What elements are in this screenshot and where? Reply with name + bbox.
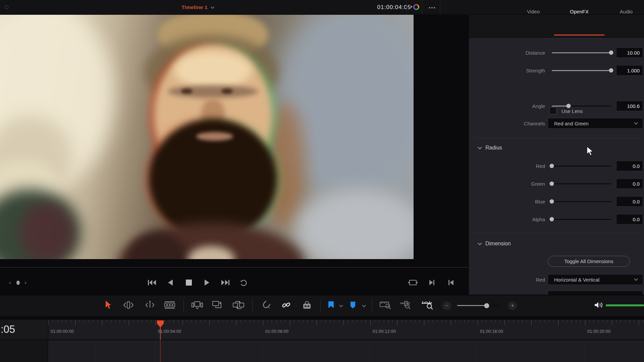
first-frame-button[interactable] <box>148 279 156 286</box>
playhead-line-lower <box>160 340 161 362</box>
timeline-timecode-box: :05 <box>0 320 48 340</box>
flag-chevron-down-icon[interactable] <box>339 303 343 309</box>
status-dot-icon <box>5 5 8 9</box>
angle-slider[interactable] <box>552 106 611 107</box>
timeline-current-timecode[interactable]: :05 <box>1 323 15 336</box>
radius-alpha-thumb[interactable] <box>550 217 554 222</box>
tab-openfx[interactable]: OpenFX <box>570 0 589 23</box>
radius-alpha-slider[interactable] <box>552 219 611 220</box>
radius-alpha-value[interactable]: 0.0 <box>616 214 643 225</box>
ruler-label: 01:00:08:00 <box>265 329 288 334</box>
zoom-full-extent-button[interactable] <box>380 300 392 311</box>
chevron-down-icon <box>211 6 214 9</box>
radius-blue-slider[interactable] <box>552 201 611 202</box>
options-menu-button[interactable]: ••• <box>425 0 440 15</box>
channels-label: Channels <box>469 121 545 126</box>
fit-to-window-button[interactable] <box>408 279 418 286</box>
tab-audio[interactable]: Audio <box>620 0 633 23</box>
zoom-custom-button[interactable] <box>421 300 433 311</box>
play-button[interactable] <box>204 279 210 286</box>
marker-chevron-down-icon[interactable] <box>362 303 366 309</box>
timeline-selector[interactable]: Timeline 1 <box>154 0 241 15</box>
ruler-label: 01:00:20:00 <box>587 329 610 334</box>
timeline-zoom-slider[interactable] <box>457 305 501 306</box>
toolbar-divider <box>320 300 321 312</box>
strength-slider-thumb[interactable] <box>609 68 613 73</box>
distance-slider[interactable] <box>552 52 611 53</box>
current-clip-indicator[interactable] <box>16 281 20 285</box>
radius-green-slider[interactable] <box>552 183 611 184</box>
linked-selection-icon[interactable] <box>281 300 291 311</box>
resolve-fx-sparkle-icon[interactable]: ✦ <box>411 3 419 11</box>
radius-alpha-label: Alpha <box>469 217 545 222</box>
next-edit-button[interactable] <box>429 279 435 286</box>
zoom-in-button[interactable]: + <box>508 301 517 310</box>
inspector-tab-bar <box>469 15 644 38</box>
ruler-label: 01:00:12:00 <box>373 329 396 334</box>
radius-blue-value[interactable]: 0.0 <box>616 196 643 207</box>
radius-green-value[interactable]: 0.0 <box>616 179 643 189</box>
selection-mode-button[interactable] <box>104 300 112 311</box>
position-lock-icon[interactable] <box>302 300 312 311</box>
tab-video[interactable]: Video <box>527 0 540 23</box>
strength-slider[interactable] <box>552 70 611 71</box>
dimension-red-dropdown[interactable]: Horizontal & Vertical <box>548 274 643 285</box>
zoom-slider-thumb[interactable] <box>484 303 489 308</box>
section-divider <box>473 233 640 233</box>
prev-clip-button[interactable]: ‹ <box>9 279 11 286</box>
radius-section-title: Radius <box>485 145 502 151</box>
partially-visible-dropdown[interactable] <box>548 291 643 295</box>
razor-edit-mode-button[interactable] <box>164 301 175 311</box>
timeline-title: Timeline 1 <box>181 4 208 10</box>
mouse-cursor <box>586 146 594 158</box>
radius-section-header[interactable]: Radius <box>478 145 502 151</box>
topbar-divider <box>422 0 422 15</box>
distance-value[interactable]: 10.00 <box>616 48 643 58</box>
radius-green-thumb[interactable] <box>550 182 554 186</box>
dimension-section-header[interactable]: Dimension <box>478 241 511 247</box>
channels-value: Red and Green <box>554 121 589 126</box>
chevron-down-icon <box>634 278 638 281</box>
ruler-label: 01:00:00:00 <box>51 329 74 334</box>
channels-dropdown[interactable]: Red and Green <box>548 118 643 129</box>
radius-red-slider[interactable] <box>552 166 611 167</box>
use-lens-label: Use Lens <box>561 108 583 114</box>
zoom-detail-button[interactable] <box>400 300 411 311</box>
snapping-magnet-icon[interactable] <box>262 301 270 311</box>
insert-clip-button[interactable] <box>192 300 203 311</box>
last-frame-button[interactable] <box>221 279 230 286</box>
dimension-red-value: Horizontal & Vertical <box>554 277 599 283</box>
video-preview <box>0 15 414 259</box>
toggle-all-dimensions-button[interactable]: Toggle All Dimensions <box>548 256 630 267</box>
dynamic-trim-mode-button[interactable] <box>144 300 156 311</box>
angle-slider-thumb[interactable] <box>566 104 571 108</box>
use-lens-checkbox[interactable] <box>549 107 556 114</box>
next-clip-button[interactable]: › <box>24 279 26 286</box>
radius-red-value[interactable]: 0.0 <box>616 161 643 171</box>
strength-value[interactable]: 1.000 <box>616 65 643 76</box>
marker-icon[interactable] <box>350 301 356 310</box>
toolbar-divider <box>252 300 253 312</box>
section-divider <box>473 138 640 138</box>
timeline-ruler[interactable]: 01:00:00:00 01:00:04:00 01:00:08:00 01:0… <box>48 320 644 340</box>
strength-label: Strength <box>469 68 545 73</box>
openfx-inspector-panel: Distance 10.00 Strength 1.000 Use Lens A… <box>469 38 644 295</box>
angle-value[interactable]: 100.6 <box>616 101 643 111</box>
radius-blue-label: Blue <box>469 199 545 204</box>
radius-red-thumb[interactable] <box>550 164 554 168</box>
stop-button[interactable] <box>186 280 192 286</box>
distance-slider-thumb[interactable] <box>609 51 613 55</box>
zoom-out-button[interactable]: − <box>442 301 451 310</box>
trim-edit-mode-button[interactable] <box>123 301 134 311</box>
speaker-icon[interactable] <box>594 301 603 310</box>
topbar-divider <box>407 0 407 15</box>
previous-edit-button[interactable] <box>448 279 454 286</box>
replace-clip-button[interactable] <box>232 300 245 311</box>
flag-icon[interactable] <box>328 301 334 310</box>
radius-blue-thumb[interactable] <box>550 199 554 204</box>
play-reverse-button[interactable] <box>168 279 173 286</box>
loop-button[interactable] <box>240 279 248 286</box>
davinci-resolve-window: Timeline 1 01:00:04:05 ✦ ••• ‹ › <box>0 0 644 362</box>
overwrite-clip-button[interactable] <box>212 300 223 311</box>
timeline-track-area[interactable] <box>48 340 644 362</box>
